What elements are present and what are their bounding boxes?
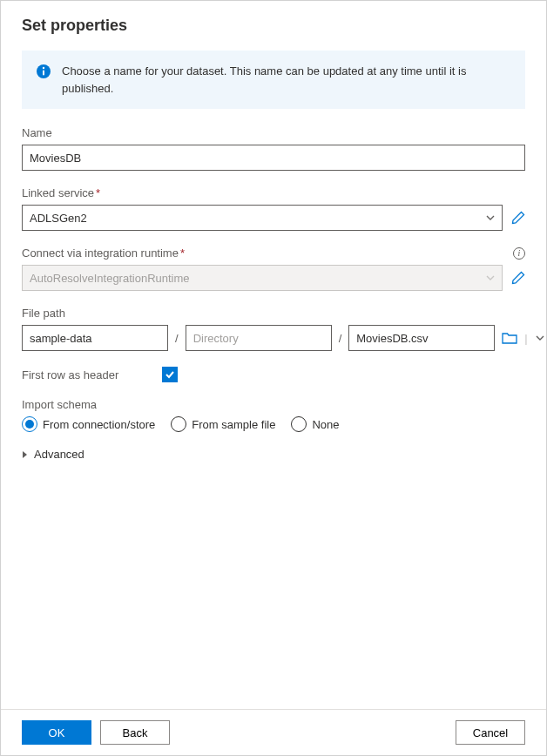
advanced-toggle[interactable]: Advanced — [22, 448, 525, 461]
radio-label: None — [312, 418, 339, 431]
linked-service-label: Linked service — [22, 186, 94, 199]
edit-linked-service-icon[interactable] — [511, 211, 525, 225]
cancel-button[interactable]: Cancel — [456, 720, 525, 745]
info-text: Choose a name for your dataset. This nam… — [62, 63, 511, 97]
file-path-directory-input[interactable] — [186, 325, 332, 351]
svg-rect-2 — [43, 71, 44, 76]
linked-service-select[interactable] — [22, 205, 503, 231]
first-row-header-label: First row as header — [22, 368, 118, 381]
info-banner: Choose a name for your dataset. This nam… — [22, 51, 525, 109]
advanced-label: Advanced — [34, 448, 84, 461]
path-separator: / — [175, 332, 179, 345]
import-schema-label: Import schema — [22, 398, 525, 411]
path-separator: / — [339, 332, 342, 345]
required-indicator: * — [180, 246, 185, 260]
integration-runtime-label: Connect via integration runtime — [22, 246, 179, 260]
page-title: Set properties — [22, 17, 525, 35]
file-path-file-input[interactable] — [348, 325, 495, 351]
browse-folder-icon[interactable] — [502, 331, 517, 345]
ok-button[interactable]: OK — [22, 720, 91, 745]
divider: | — [524, 332, 527, 345]
chevron-down-icon[interactable] — [535, 333, 545, 343]
required-indicator: * — [96, 186, 100, 199]
svg-point-1 — [43, 67, 44, 69]
first-row-header-checkbox[interactable] — [162, 367, 178, 382]
checkmark-icon — [165, 369, 175, 380]
import-schema-option-sample-file[interactable]: From sample file — [171, 416, 275, 432]
footer: OK Back Cancel — [1, 709, 546, 755]
chevron-right-icon — [22, 450, 29, 459]
import-schema-option-none[interactable]: None — [291, 416, 339, 432]
info-small-icon[interactable]: i — [513, 247, 525, 260]
edit-integration-runtime-icon[interactable] — [511, 271, 525, 285]
import-schema-option-connection[interactable]: From connection/store — [22, 416, 155, 432]
radio-label: From sample file — [192, 418, 275, 431]
info-icon — [36, 64, 51, 79]
back-button[interactable]: Back — [100, 720, 170, 745]
file-path-container-input[interactable] — [22, 325, 168, 351]
name-label: Name — [22, 126, 525, 139]
name-input[interactable] — [22, 145, 525, 171]
integration-runtime-select — [22, 265, 503, 291]
file-path-label: File path — [22, 307, 525, 320]
radio-label: From connection/store — [43, 418, 155, 431]
